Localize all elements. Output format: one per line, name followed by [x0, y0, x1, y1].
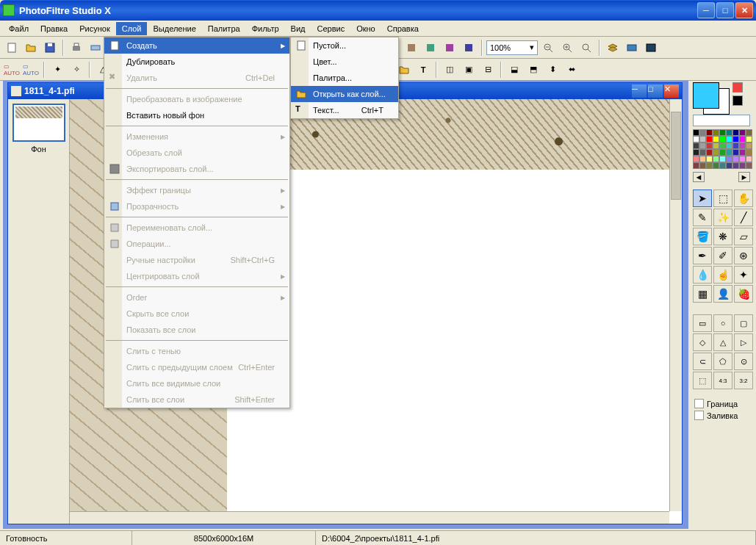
scanner-button[interactable]: [87, 39, 104, 57]
swatch[interactable]: [693, 136, 699, 142]
lyr-ctl2-button[interactable]: ▣: [460, 61, 478, 79]
swatch[interactable]: [693, 149, 699, 156]
menu-рисунок[interactable]: Рисунок: [73, 22, 116, 35]
swatch[interactable]: [713, 142, 719, 149]
drop-shape[interactable]: ⊙: [734, 353, 753, 370]
swatch[interactable]: [699, 149, 706, 156]
img-misc-button[interactable]: [441, 39, 458, 57]
lyr-ctl1-button[interactable]: ◫: [441, 61, 458, 79]
brush-tool[interactable]: ✒: [693, 247, 712, 264]
swatch[interactable]: [693, 142, 699, 149]
face-tool[interactable]: 👤: [713, 285, 732, 303]
triangle2-shape[interactable]: ▷: [734, 333, 753, 351]
browser-button[interactable]: [623, 39, 641, 57]
wand-tool[interactable]: ✨: [713, 209, 732, 226]
maximize-button[interactable]: □: [716, 2, 734, 18]
swatch[interactable]: [693, 162, 699, 169]
eyedropper-tool[interactable]: ✎: [693, 209, 712, 226]
pointer-tool[interactable]: ➤: [693, 190, 712, 207]
swatch[interactable]: [719, 129, 726, 136]
open-button[interactable]: [22, 39, 40, 57]
swatch[interactable]: [746, 136, 752, 142]
menu-выделение[interactable]: Выделение: [147, 22, 201, 35]
menu1-item-5[interactable]: Вставить новый фон: [104, 107, 289, 123]
swatch[interactable]: [739, 156, 746, 162]
swatch[interactable]: [699, 129, 706, 136]
layer-thumb-bg[interactable]: [12, 104, 65, 142]
swatch[interactable]: [726, 142, 732, 149]
swatch[interactable]: [719, 142, 726, 149]
swatch[interactable]: [726, 149, 732, 156]
swatch[interactable]: [706, 149, 713, 156]
swatch[interactable]: [726, 162, 732, 169]
swatch[interactable]: [732, 156, 739, 162]
fill-checkbox-row[interactable]: Заливка: [694, 411, 738, 420]
img-flt-button[interactable]: [460, 39, 478, 57]
lyr-ctl3-button[interactable]: ⊟: [479, 61, 497, 79]
menu-файл[interactable]: Файл: [3, 22, 35, 35]
swatch[interactable]: [732, 149, 739, 156]
doc-minimize-button[interactable]: ─: [632, 84, 647, 98]
zoom-fit-button[interactable]: [577, 39, 595, 57]
menu1-item-0[interactable]: Создать▶: [104, 37, 289, 54]
spray-tool[interactable]: ❋: [713, 228, 732, 245]
vertical-scrollbar[interactable]: [669, 99, 682, 511]
lasso-shape[interactable]: ⊂: [693, 353, 712, 370]
swatch[interactable]: [719, 156, 726, 162]
lyr-ord2-button[interactable]: ⬒: [525, 61, 542, 79]
swatch[interactable]: [726, 136, 732, 142]
diamond-shape[interactable]: ◇: [693, 333, 712, 351]
menu-правка[interactable]: Правка: [35, 22, 73, 35]
menu-фильтр[interactable]: Фильтр: [246, 22, 285, 35]
swatch[interactable]: [693, 156, 699, 162]
border-checkbox-row[interactable]: Граница: [694, 399, 738, 408]
auto2-button[interactable]: ▭AUTO: [22, 61, 40, 79]
ellipse-shape[interactable]: ○: [713, 314, 732, 332]
fill-tool[interactable]: 🪣: [693, 228, 712, 245]
swatch[interactable]: [699, 162, 706, 169]
menu-вид[interactable]: Вид: [285, 22, 312, 35]
mini-swatch-black[interactable]: [732, 95, 743, 106]
menu2-item-1[interactable]: Цвет...: [291, 54, 398, 70]
layers-button[interactable]: [604, 39, 622, 57]
zoom-out-button[interactable]: [539, 39, 557, 57]
zoom-in-button[interactable]: [558, 39, 576, 57]
swatch[interactable]: [706, 142, 713, 149]
swatch[interactable]: [739, 149, 746, 156]
advbrush-tool[interactable]: ✐: [713, 247, 732, 264]
sepia-button[interactable]: [403, 39, 420, 57]
swatch[interactable]: [732, 162, 739, 169]
menu-сервис[interactable]: Сервис: [312, 22, 351, 35]
swatch[interactable]: [739, 142, 746, 149]
new-button[interactable]: [3, 39, 21, 57]
lyr-ord1-button[interactable]: ⬓: [505, 61, 523, 79]
menu2-item-4[interactable]: Текст...Ctrl+TT: [291, 102, 398, 118]
minimize-button[interactable]: ─: [697, 2, 715, 18]
palette-prev[interactable]: ◄: [693, 172, 705, 182]
swatch[interactable]: [706, 136, 713, 142]
menu2-item-2[interactable]: Палитра...: [291, 70, 398, 86]
menu-окно[interactable]: Окно: [350, 22, 381, 35]
line-tool[interactable]: ╱: [734, 209, 753, 226]
hand-tool[interactable]: ✋: [734, 190, 753, 207]
swatch[interactable]: [699, 156, 706, 162]
ratio43-shape[interactable]: 4:3: [713, 372, 732, 389]
roundrect-shape[interactable]: ▢: [734, 314, 753, 332]
print-button[interactable]: [68, 39, 85, 57]
auto1-button[interactable]: ▭AUTO: [3, 61, 21, 79]
doc-close-button[interactable]: ✕: [664, 84, 679, 98]
swatch[interactable]: [726, 156, 732, 162]
mini-swatch-red[interactable]: [732, 82, 743, 93]
selection-tool[interactable]: ⬚: [713, 190, 732, 207]
swatch[interactable]: [746, 162, 752, 169]
palette-dropdown[interactable]: [693, 115, 750, 126]
swatch[interactable]: [713, 149, 719, 156]
foreground-color-swatch[interactable]: [693, 82, 719, 109]
swatch[interactable]: [746, 142, 752, 149]
menu1-item-1[interactable]: Дублировать: [104, 54, 289, 70]
swatch[interactable]: [732, 136, 739, 142]
swatch[interactable]: [739, 136, 746, 142]
grid-tool[interactable]: ▦: [693, 285, 712, 303]
smudge-tool[interactable]: ☝: [713, 266, 732, 284]
menu-слой[interactable]: Слой: [116, 22, 148, 35]
